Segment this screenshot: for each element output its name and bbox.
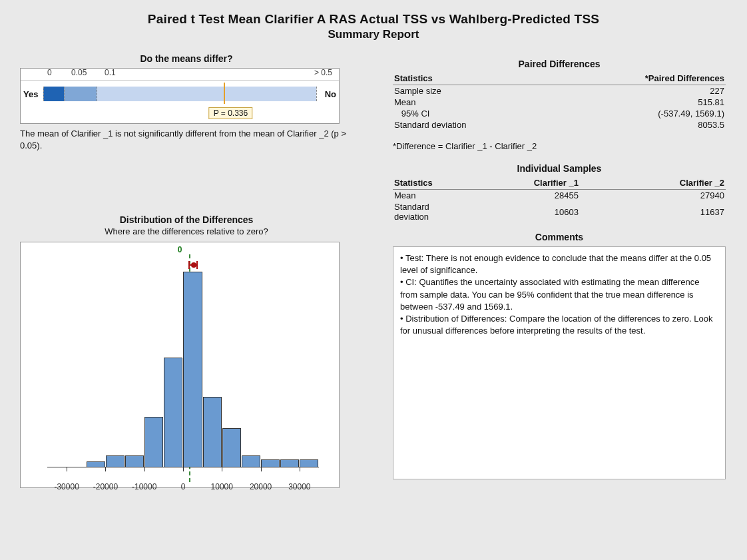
- x-tick: 0: [181, 482, 186, 491]
- label-yes: Yes: [23, 89, 42, 99]
- x-tick: -10000: [132, 482, 156, 491]
- indiv-heading: Individual Samples: [393, 163, 726, 174]
- hist-bar: [222, 428, 241, 467]
- hist-bar: [144, 417, 163, 467]
- paired-heading: Paired Differences: [393, 59, 726, 69]
- paired-table: Statistics *Paired Differences Sample si…: [393, 72, 726, 131]
- x-tick: -20000: [93, 482, 118, 491]
- table-row: Standard deviation8053.5: [393, 119, 726, 131]
- ci-marker-icon: [188, 261, 198, 269]
- p-value-gauge: 0 0.05 0.1 > 0.5 Yes: [20, 68, 340, 124]
- summary-report: Paired t Test Mean Clarifier A RAS Actua…: [0, 0, 747, 560]
- histogram: 0 -30000-20000-100000100002000030000: [20, 242, 340, 488]
- scale-0-1: 0.1: [105, 68, 116, 77]
- hist-bar: [203, 397, 222, 467]
- label-no: No: [318, 89, 336, 99]
- means-caption: The mean of Clarifier _1 is not signific…: [20, 128, 346, 151]
- x-tick: 10000: [211, 482, 233, 491]
- hist-bar: [242, 455, 260, 467]
- scale-gt-05: > 0.5: [314, 68, 332, 77]
- indiv-col3: Clarifier _2: [580, 176, 726, 190]
- table-row: Mean515.81: [393, 97, 726, 108]
- dist-heading: Distribution of the Differences: [20, 214, 353, 225]
- hist-bar: [183, 272, 202, 467]
- comments-box: • Test: There is not enough evidence to …: [393, 246, 726, 479]
- gauge-track: [43, 87, 316, 101]
- table-row: 95% CI(-537.49, 1569.1): [393, 108, 726, 119]
- table-row: Standard deviation1060311637: [393, 201, 726, 222]
- comment-2: • CI: Quantifies the uncertainty associa…: [400, 276, 718, 313]
- table-row: Mean2845527940: [393, 190, 726, 202]
- indiv-col2: Clarifier _1: [434, 176, 580, 190]
- comments-heading: Comments: [393, 232, 726, 242]
- dist-sub: Where are the differences relative to ze…: [20, 226, 353, 236]
- x-tick: -30000: [54, 482, 79, 491]
- page-title: Paired t Test Mean Clarifier A RAS Actua…: [20, 0, 727, 27]
- hist-bar: [164, 358, 182, 467]
- indiv-table: Statistics Clarifier _1 Clarifier _2 Mea…: [393, 176, 726, 222]
- comment-1: • Test: There is not enough evidence to …: [400, 252, 718, 276]
- zero-label: 0: [178, 245, 182, 254]
- indiv-col1: Statistics: [393, 176, 434, 190]
- page-subtitle: Summary Report: [20, 28, 727, 41]
- x-tick: 20000: [250, 482, 272, 491]
- comment-3: • Distribution of Differences: Compare t…: [400, 313, 718, 337]
- hist-bar: [125, 455, 144, 467]
- p-marker: [224, 83, 225, 104]
- p-value-label: P = 0.336: [209, 107, 253, 119]
- paired-footnote: *Difference = Clarifier _1 - Clarifier _…: [393, 141, 726, 151]
- hist-bar: [106, 455, 124, 467]
- paired-col1: Statistics: [393, 72, 467, 85]
- paired-col2: *Paired Differences: [467, 72, 726, 85]
- x-tick: 30000: [288, 482, 310, 491]
- scale-0-05: 0.05: [71, 68, 87, 77]
- table-row: Sample size227: [393, 85, 726, 97]
- scale-0: 0: [47, 68, 52, 77]
- means-heading: Do the means differ?: [20, 53, 353, 64]
